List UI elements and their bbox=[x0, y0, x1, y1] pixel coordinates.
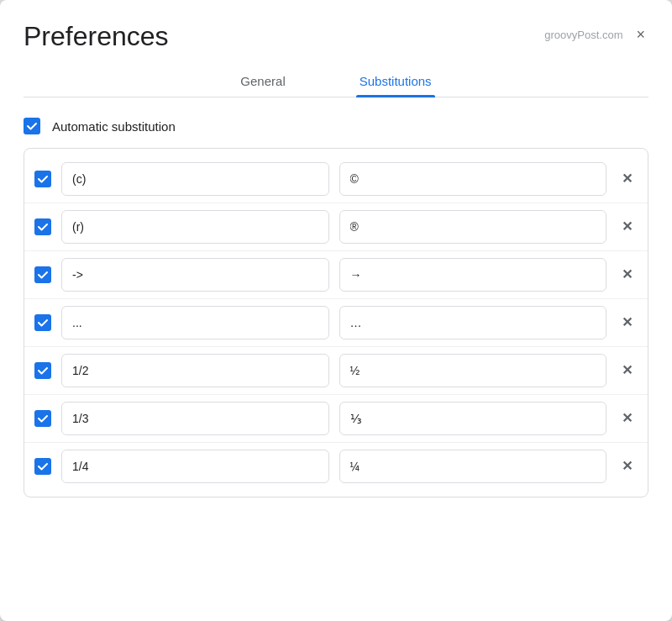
watermark: groovyPost.com bbox=[544, 29, 622, 41]
to-input[interactable] bbox=[339, 450, 607, 483]
preferences-dialog: Preferences groovyPost.com × General Sub… bbox=[0, 0, 672, 621]
table-row: ✕ bbox=[24, 203, 648, 251]
from-input[interactable] bbox=[61, 210, 329, 244]
row-checkbox[interactable] bbox=[34, 171, 51, 187]
to-input[interactable] bbox=[339, 306, 607, 339]
to-input[interactable] bbox=[339, 354, 607, 387]
from-input[interactable] bbox=[61, 402, 329, 435]
delete-button[interactable]: ✕ bbox=[617, 265, 638, 285]
tab-substitutions[interactable]: Substitutions bbox=[356, 66, 435, 97]
substitutions-list[interactable]: ✕ ✕ ✕ bbox=[24, 149, 648, 497]
to-input[interactable] bbox=[339, 402, 607, 435]
close-button[interactable]: × bbox=[633, 25, 648, 44]
table-row: ✕ bbox=[24, 251, 648, 299]
row-checkbox[interactable] bbox=[34, 266, 51, 283]
from-input[interactable] bbox=[61, 450, 329, 483]
dialog-title: Preferences bbox=[24, 20, 169, 52]
table-row: ✕ bbox=[24, 299, 648, 347]
to-input[interactable] bbox=[339, 210, 607, 244]
to-input[interactable] bbox=[339, 162, 607, 196]
to-input[interactable] bbox=[339, 258, 607, 292]
row-checkbox[interactable] bbox=[34, 314, 51, 331]
from-input[interactable] bbox=[61, 354, 329, 387]
delete-button[interactable]: ✕ bbox=[617, 360, 638, 381]
delete-button[interactable]: ✕ bbox=[617, 217, 638, 237]
delete-button[interactable]: ✕ bbox=[617, 456, 638, 476]
tab-general[interactable]: General bbox=[237, 66, 288, 97]
table-row: ✕ bbox=[24, 443, 648, 490]
dialog-header: Preferences groovyPost.com × bbox=[24, 20, 648, 52]
row-checkbox[interactable] bbox=[34, 218, 51, 235]
delete-button[interactable]: ✕ bbox=[617, 313, 638, 333]
row-checkbox[interactable] bbox=[34, 458, 51, 475]
tabs-container: General Substitutions bbox=[24, 66, 648, 97]
auto-substitution-label: Automatic substitution bbox=[52, 119, 176, 134]
from-input[interactable] bbox=[61, 306, 329, 339]
table-row: ✕ bbox=[24, 347, 648, 395]
from-input[interactable] bbox=[61, 162, 329, 196]
row-checkbox[interactable] bbox=[34, 362, 51, 379]
auto-substitution-checkbox[interactable] bbox=[24, 118, 40, 134]
row-checkbox[interactable] bbox=[34, 410, 51, 427]
table-row: ✕ bbox=[24, 155, 648, 203]
auto-substitution-row: Automatic substitution bbox=[24, 118, 648, 134]
header-right: groovyPost.com × bbox=[544, 25, 648, 44]
table-row: ✕ bbox=[24, 395, 648, 443]
delete-button[interactable]: ✕ bbox=[617, 408, 638, 429]
from-input[interactable] bbox=[61, 258, 329, 292]
substitutions-table: ✕ ✕ ✕ bbox=[24, 148, 648, 497]
delete-button[interactable]: ✕ bbox=[617, 169, 638, 189]
